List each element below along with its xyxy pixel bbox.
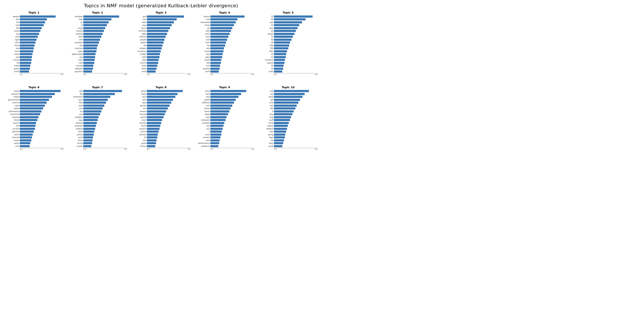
axis-labels: 0.00.5 bbox=[147, 74, 190, 76]
bar-label: does bbox=[68, 36, 83, 38]
bar-label: blood bbox=[4, 119, 20, 121]
bar-label: water bbox=[4, 107, 20, 110]
bar-label: heard bbox=[195, 59, 210, 61]
bar bbox=[210, 42, 226, 44]
bar-label: condition bbox=[258, 59, 274, 61]
bar-row: 100 bbox=[258, 47, 318, 50]
bar-container bbox=[20, 110, 64, 112]
bar-label: send bbox=[195, 70, 210, 72]
bar-row: list bbox=[195, 44, 254, 47]
bar bbox=[274, 36, 293, 38]
bar-container bbox=[274, 102, 318, 104]
bar-container bbox=[274, 136, 318, 138]
bar-row: 16 bbox=[258, 64, 318, 68]
bar-container bbox=[20, 96, 64, 98]
bar-row: software bbox=[195, 101, 254, 104]
bar-row: board bbox=[195, 110, 254, 113]
bar-container bbox=[210, 145, 254, 147]
bar-row: send bbox=[68, 136, 127, 139]
bar-container bbox=[20, 18, 64, 20]
bar-label: chip bbox=[258, 116, 274, 118]
bar-label: does bbox=[132, 21, 147, 24]
axis-labels: 0.00.5 bbox=[20, 74, 64, 76]
bar bbox=[83, 128, 95, 130]
bar bbox=[274, 142, 283, 144]
bar-container bbox=[210, 39, 254, 41]
bar-label: guess bbox=[4, 68, 20, 70]
bar-row: program bbox=[68, 124, 127, 128]
bar-container bbox=[274, 116, 318, 118]
bar-label: law bbox=[4, 47, 20, 49]
bar bbox=[83, 39, 100, 41]
bar-row: clinton bbox=[132, 145, 190, 148]
bar-row: 15 bbox=[258, 24, 318, 27]
bar-container bbox=[20, 90, 64, 92]
axis-tick-label: 0.0 bbox=[83, 74, 86, 76]
bar bbox=[20, 30, 40, 32]
bar bbox=[274, 136, 285, 138]
bar-container bbox=[210, 44, 254, 46]
bar-row: life bbox=[132, 44, 190, 47]
bar-container bbox=[210, 53, 254, 55]
bar-container bbox=[147, 99, 190, 101]
bar bbox=[83, 53, 96, 55]
bar bbox=[20, 139, 31, 142]
bar-row: let bbox=[4, 62, 64, 64]
bar-row: ii bbox=[195, 130, 254, 133]
bar-container bbox=[274, 27, 318, 29]
bar-row: drive bbox=[195, 90, 254, 93]
bar-container bbox=[147, 53, 190, 55]
chart-area-8: gameteamyearwonplaygameswinseasonsecondp… bbox=[132, 90, 190, 157]
bar-container bbox=[20, 68, 64, 70]
bar-row: keys bbox=[258, 136, 318, 139]
bar-container bbox=[20, 24, 64, 26]
bar-row: sun bbox=[68, 113, 127, 116]
bar bbox=[83, 18, 112, 20]
bar-row: file bbox=[68, 92, 127, 96]
bar-container bbox=[210, 64, 254, 67]
axis-line bbox=[210, 73, 254, 74]
bar-container bbox=[210, 142, 254, 144]
bar-row: 20 bbox=[258, 30, 318, 33]
bar-container bbox=[20, 134, 64, 136]
bar bbox=[210, 134, 221, 136]
bar-row: games bbox=[132, 104, 190, 107]
bar-label: information bbox=[4, 110, 20, 112]
bar-label: case bbox=[195, 116, 210, 118]
bar-row: christian bbox=[132, 30, 190, 33]
bar-row: performance bbox=[195, 142, 254, 145]
bar bbox=[20, 134, 33, 136]
bar bbox=[274, 21, 302, 24]
topic-title-4: Topic 4 bbox=[195, 11, 254, 14]
bar-label: sound bbox=[68, 142, 83, 144]
bar-container bbox=[83, 93, 127, 95]
bar-row: apple bbox=[195, 113, 254, 116]
bar-container bbox=[274, 47, 318, 49]
bar-container bbox=[274, 18, 318, 20]
bar-container bbox=[83, 27, 127, 29]
axis-tick-label: 0.0 bbox=[20, 148, 22, 150]
bar bbox=[274, 24, 299, 26]
bar-label: power bbox=[258, 33, 274, 35]
bar-label: graphics bbox=[68, 70, 83, 72]
bar-label: jews bbox=[132, 59, 147, 61]
bar-label: bit bbox=[258, 139, 274, 142]
bar bbox=[147, 68, 156, 70]
bar bbox=[83, 56, 95, 58]
bar-label: clock bbox=[195, 134, 210, 136]
bar-row: chip bbox=[258, 116, 318, 119]
axis-tick-label: 0.5 bbox=[61, 148, 64, 150]
bar-label: play bbox=[132, 102, 147, 104]
bar-container bbox=[210, 62, 254, 64]
bar-container bbox=[274, 134, 318, 136]
bar-label: book bbox=[68, 130, 83, 133]
chart-area-9: driveharddiskspeedsoftwaremacdrivesboard… bbox=[195, 90, 254, 157]
bar-row: people bbox=[4, 15, 64, 18]
bar-row: matter bbox=[132, 53, 190, 56]
bar-row: radio bbox=[258, 70, 318, 73]
bar-container bbox=[210, 47, 254, 49]
bar-container bbox=[274, 39, 318, 41]
bar-label: 50 bbox=[258, 39, 274, 41]
bar-container bbox=[274, 96, 318, 98]
bar bbox=[20, 42, 36, 44]
